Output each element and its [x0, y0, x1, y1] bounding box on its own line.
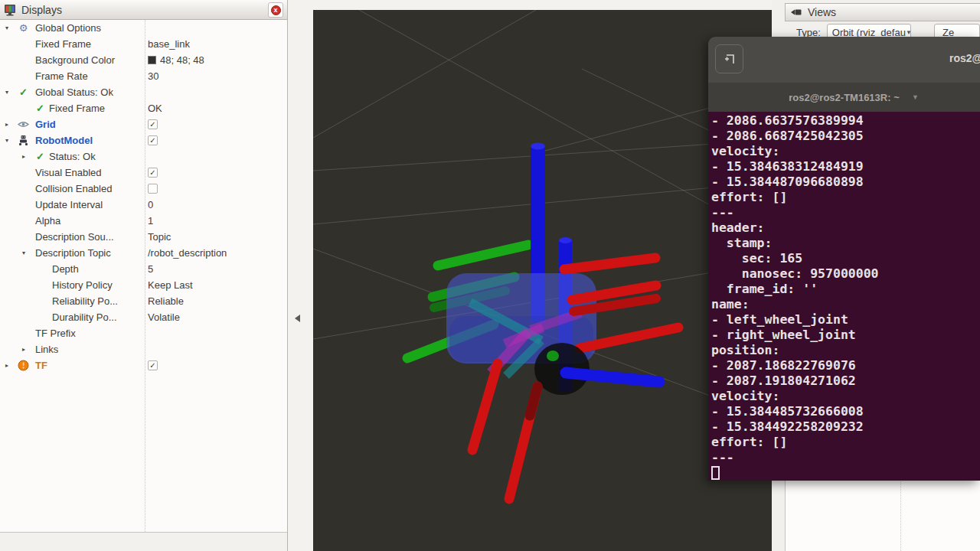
value-text: 30: [148, 68, 158, 84]
tree-row[interactable]: ▸Grid✓: [0, 116, 287, 132]
property-label: Global Status: Ok: [35, 84, 113, 100]
tree-row[interactable]: ▸TF✓: [0, 357, 287, 373]
checkbox-checked[interactable]: ✓: [148, 119, 158, 129]
tree-row[interactable]: TF Prefix: [0, 325, 287, 341]
tree-row[interactable]: ▾Description Topic/robot_description: [0, 245, 287, 261]
expander-right-icon[interactable]: ▸: [2, 357, 11, 373]
value-text: base_link: [148, 36, 190, 52]
property-value[interactable]: [148, 181, 158, 197]
expander-down-icon[interactable]: ▾: [2, 84, 11, 100]
value-text: /robot_description: [148, 245, 227, 261]
checkbox-checked[interactable]: ✓: [148, 360, 158, 370]
tree-row[interactable]: Update Interval0: [0, 197, 287, 213]
tree-row[interactable]: ▸✓Status: Ok: [0, 148, 287, 165]
expander-down-icon[interactable]: ▾: [2, 20, 11, 36]
row-icon-holder: ⚙: [17, 21, 30, 34]
terminal-line: nanosec: 957000000: [711, 266, 980, 282]
value-text: 1: [148, 213, 153, 229]
property-value[interactable]: Volatile: [148, 309, 180, 325]
tree-row[interactable]: Visual Enabled✓: [0, 165, 287, 181]
property-label: Depth: [52, 261, 79, 277]
tree-row[interactable]: ▾RobotModel✓: [0, 132, 287, 148]
terminal-titlebar[interactable]: ros2@: [708, 37, 980, 83]
tree-row[interactable]: Alpha1: [0, 213, 287, 229]
tree-row[interactable]: ✓Fixed FrameOK: [0, 100, 287, 116]
tree-row[interactable]: Description Sou...Topic: [0, 229, 287, 245]
property-value[interactable]: 0: [148, 197, 153, 213]
property-value[interactable]: 30: [148, 68, 158, 84]
property-value[interactable]: OK: [148, 100, 162, 116]
row-icon-holder: ✓: [17, 86, 30, 99]
property-value[interactable]: Keep Last: [148, 277, 193, 293]
status-ok-check-icon: ✓: [19, 84, 28, 100]
expander-down-icon[interactable]: ▾: [2, 132, 11, 148]
status-ok-check-icon: ✓: [36, 100, 44, 116]
displays-panel-title: Displays: [21, 4, 62, 16]
3d-scene: [313, 10, 772, 551]
terminal-line: stamp:: [711, 236, 980, 251]
3d-viewport[interactable]: [313, 10, 772, 551]
property-label: TF: [35, 357, 47, 373]
property-value[interactable]: ✓: [148, 132, 158, 148]
tree-row[interactable]: Reliability Po...Reliable: [0, 293, 287, 309]
checkbox-checked[interactable]: ✓: [148, 135, 158, 145]
terminal-line: ---: [711, 205, 980, 220]
row-icon-holder: ✓: [34, 150, 47, 163]
color-swatch: [148, 56, 156, 64]
property-label: RobotModel: [35, 132, 93, 148]
expander-right-icon[interactable]: ▸: [19, 148, 28, 165]
expander-right-icon[interactable]: ▸: [19, 341, 28, 357]
property-label: Update Interval: [35, 197, 103, 213]
panel-collapse-arrow-icon[interactable]: [295, 315, 300, 322]
terminal-line: ---: [711, 450, 980, 465]
tree-row[interactable]: ▾⚙Global Options: [0, 20, 287, 36]
views-panel-header[interactable]: Views: [785, 3, 980, 21]
gear-icon: ⚙: [19, 23, 28, 33]
tree-row[interactable]: History PolicyKeep Last: [0, 277, 287, 293]
property-value[interactable]: /robot_description: [148, 245, 227, 261]
value-text: Volatile: [148, 309, 180, 325]
expander-down-icon[interactable]: ▾: [19, 245, 28, 261]
checkbox-unchecked[interactable]: [148, 184, 158, 194]
tree-row[interactable]: Collision Enabled: [0, 181, 287, 197]
property-label: Fixed Frame: [35, 36, 91, 52]
displays-monitor-icon: [4, 4, 16, 16]
property-label: Frame Rate: [35, 68, 88, 84]
property-value[interactable]: 48; 48; 48: [148, 52, 204, 68]
tree-row[interactable]: Depth5: [0, 261, 287, 277]
tree-row[interactable]: Background Color48; 48; 48: [0, 52, 287, 68]
terminal-line: velocity:: [711, 389, 980, 404]
property-value[interactable]: 5: [148, 261, 153, 277]
terminal-tab[interactable]: ros2@ros2-TM1613R: ~: [789, 92, 900, 103]
property-label: Status: Ok: [49, 148, 96, 165]
tree-row[interactable]: Fixed Framebase_link: [0, 36, 287, 52]
property-value[interactable]: Topic: [148, 229, 171, 245]
terminal-line: sec: 165: [711, 251, 980, 266]
tree-row[interactable]: ▸Links: [0, 341, 287, 357]
displays-panel-header[interactable]: Displays x: [0, 0, 287, 20]
tree-row[interactable]: Frame Rate30: [0, 68, 287, 84]
new-tab-button[interactable]: [715, 44, 743, 73]
terminal-line: frame_id: '': [711, 282, 980, 297]
terminal-cursor-line: [711, 465, 980, 481]
checkbox-checked[interactable]: ✓: [148, 168, 158, 178]
property-value[interactable]: ✓: [148, 116, 158, 132]
property-value[interactable]: base_link: [148, 36, 190, 52]
terminal-output[interactable]: - 2086.6637576389994- 2086.6687425042305…: [708, 112, 980, 481]
displays-tree: ▾⚙Global OptionsFixed Framebase_linkBack…: [0, 20, 287, 532]
displays-panel: Displays x ▾⚙Global OptionsFixed Frameba…: [0, 0, 288, 551]
property-label: Collision Enabled: [35, 181, 112, 197]
terminal-tab-bar: ros2@ros2-TM1613R: ~ ▼: [708, 83, 980, 112]
property-value[interactable]: 1: [148, 213, 153, 229]
property-value[interactable]: ✓: [148, 165, 158, 181]
terminal-line: - 2087.186822769076: [711, 358, 980, 373]
property-value[interactable]: Reliable: [148, 293, 184, 309]
property-value[interactable]: ✓: [148, 357, 158, 373]
expander-right-icon[interactable]: ▸: [2, 116, 11, 132]
status-ok-check-icon: ✓: [36, 148, 44, 165]
tree-row[interactable]: Durability Po...Volatile: [0, 309, 287, 325]
property-label: Fixed Frame: [49, 100, 105, 116]
displays-close-button[interactable]: x: [268, 2, 283, 18]
tree-row[interactable]: ▾✓Global Status: Ok: [0, 84, 287, 100]
terminal-line: - 15.384485732666008: [711, 404, 980, 419]
